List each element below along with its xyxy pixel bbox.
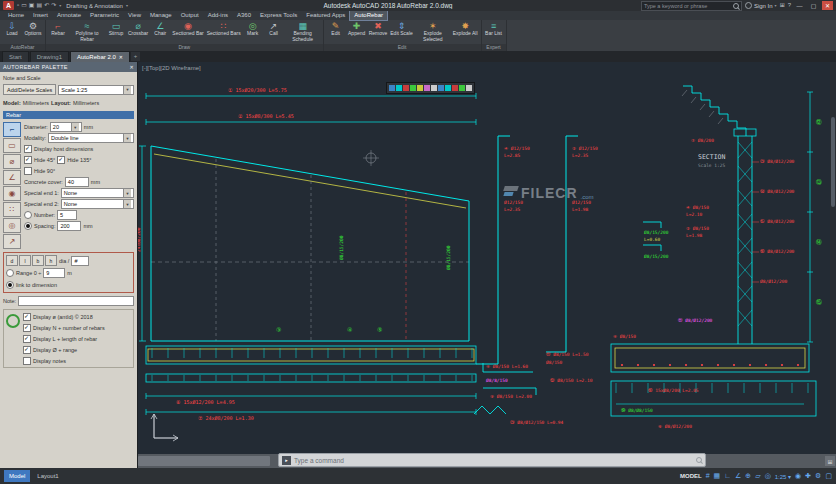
special-end-1-select[interactable]: None ▼ xyxy=(61,188,134,198)
sectioned-bar-type-button-l[interactable]: l xyxy=(19,255,31,266)
command-search-icon[interactable] xyxy=(696,457,702,463)
spacing-field[interactable]: 200 xyxy=(57,221,81,231)
note-field[interactable] xyxy=(18,296,134,306)
mark-button[interactable]: ◎Mark xyxy=(243,21,263,37)
menu-tab-featured-apps[interactable]: Featured Apps xyxy=(302,11,349,20)
horizontal-scrollbar-thumb[interactable] xyxy=(138,456,270,466)
toolbar-color-swatch[interactable] xyxy=(396,85,402,91)
annotation-scale-control[interactable]: 1:25 ▾ xyxy=(775,473,791,480)
marks-checkbox-2[interactable] xyxy=(23,335,31,343)
rebar-button[interactable]: ⌐Rebar xyxy=(48,21,68,37)
explode-all-button[interactable]: ✸Explode All xyxy=(452,21,479,37)
new-file-icon[interactable]: ▫ xyxy=(17,1,19,10)
file-tab-autorebar-2-0[interactable]: AutoRebar 2.0✕ xyxy=(70,51,130,62)
close-tab-icon[interactable]: ✕ xyxy=(119,52,123,62)
chair-tool-button[interactable]: ∠ xyxy=(3,170,21,185)
toolbar-color-swatch[interactable] xyxy=(445,85,451,91)
stirrup-button[interactable]: ▭Stirrup xyxy=(106,21,126,37)
modality-select[interactable]: Double line ▼ xyxy=(48,133,134,143)
sectioned-bar-type-button-d[interactable]: d xyxy=(6,255,18,266)
vertical-scrollbar-thumb[interactable] xyxy=(831,117,835,207)
scrollbar-corner-button[interactable]: ⊞ xyxy=(825,456,835,466)
number-radio[interactable] xyxy=(24,211,32,219)
sectioned-bar-tool-button[interactable]: ◉ xyxy=(3,186,21,201)
toolbar-color-swatch[interactable] xyxy=(438,85,444,91)
hide-135-checkbox[interactable] xyxy=(57,156,65,164)
edit-scale-button[interactable]: ⇕Edit Scale xyxy=(389,21,414,37)
save-icon[interactable]: ▣ xyxy=(29,1,35,10)
horizontal-scrollbar[interactable]: ▸ Type a command ⊞ xyxy=(138,454,836,468)
plot-icon[interactable]: ▤ xyxy=(36,1,42,10)
layout-tab-model[interactable]: Model xyxy=(4,470,30,482)
workspace-chevron-icon[interactable]: ▾ xyxy=(126,3,128,8)
undo-icon[interactable]: ↶ xyxy=(44,1,49,10)
cad-drawing-canvas[interactable]: ① 15xØ20/300 L=5.75② 15xØ8/300 L=5.4524x… xyxy=(138,62,831,454)
display-host-dimensions-checkbox[interactable] xyxy=(24,145,32,153)
toolbar-color-swatch[interactable] xyxy=(452,85,458,91)
toolbar-color-swatch[interactable] xyxy=(389,85,395,91)
crossbar-button[interactable]: ⌀Crossbar xyxy=(127,21,149,37)
sectioned-bar-type-button-h[interactable]: h xyxy=(45,255,57,266)
clean-screen-icon[interactable]: ▢ xyxy=(825,469,832,483)
model-space-label[interactable]: MODEL xyxy=(680,473,702,479)
marks-checkbox-3[interactable] xyxy=(23,346,31,354)
options-button[interactable]: ⚙Options xyxy=(23,21,43,37)
vertical-scrollbar[interactable] xyxy=(830,62,836,454)
sectioned-bars-button[interactable]: ∷Sectioned Bars xyxy=(206,21,242,37)
link-to-dimension-radio[interactable] xyxy=(6,281,14,289)
sign-in-button[interactable]: Sign In ▾ xyxy=(745,2,777,9)
grid-icon[interactable]: # xyxy=(706,469,710,483)
workspace-gear-icon[interactable]: ⚙ xyxy=(815,469,821,483)
menu-tab-parametric[interactable]: Parametric xyxy=(86,11,123,20)
chair-button[interactable]: ∠Chair xyxy=(150,21,170,37)
crossbar-tool-button[interactable]: ⌀ xyxy=(3,154,21,169)
toolbar-color-swatch[interactable] xyxy=(417,85,423,91)
marks-checkbox-1[interactable] xyxy=(23,324,31,332)
annotation-visibility-icon[interactable]: ◉ xyxy=(795,469,801,483)
menu-tab-view[interactable]: View xyxy=(124,11,145,20)
sectioned-bars-tool-button[interactable]: ∷ xyxy=(3,202,21,217)
range-field[interactable]: 9 xyxy=(43,268,65,278)
redo-icon[interactable]: ↷ xyxy=(51,1,56,10)
dynamic-input-icon[interactable]: ◎ xyxy=(765,469,771,483)
edit-button[interactable]: ✎Edit xyxy=(326,21,346,37)
call-tool-button[interactable]: ↗ xyxy=(3,234,21,249)
command-line[interactable]: ▸ Type a command xyxy=(278,453,706,467)
menu-tab-express-tools[interactable]: Express Tools xyxy=(256,11,301,20)
menu-tab-a360[interactable]: A360 xyxy=(233,11,255,20)
search-icon[interactable] xyxy=(733,3,739,9)
palette-close-icon[interactable]: ✕ xyxy=(130,64,135,70)
toolbar-color-swatch[interactable] xyxy=(403,85,409,91)
scale-select[interactable]: Scale 1:25 ▼ xyxy=(58,85,134,95)
toolbar-color-swatch[interactable] xyxy=(410,85,416,91)
file-tab-drawing1[interactable]: Drawing1 xyxy=(30,51,69,62)
lineweight-icon[interactable]: ▱ xyxy=(755,469,760,483)
polyline-to-rebar-button[interactable]: ≈Polyline to Rebar xyxy=(69,21,105,42)
sectioned-bar-type-button-b[interactable]: b xyxy=(32,255,44,266)
rebar-tool-button[interactable]: ⌐ xyxy=(3,122,21,137)
mark-tool-button[interactable]: ◎ xyxy=(3,218,21,233)
layout-tab-layout1[interactable]: Layout1 xyxy=(32,470,63,482)
menu-tab-add-ins[interactable]: Add-ins xyxy=(204,11,232,20)
concrete-cover-field[interactable]: 40 xyxy=(65,177,89,187)
maximize-button[interactable]: ▢ xyxy=(808,1,819,10)
new-tab-button[interactable]: + xyxy=(131,52,140,61)
load-button[interactable]: ⇩Load xyxy=(2,21,22,37)
toolbar-color-swatch[interactable] xyxy=(424,85,430,91)
hide-90-checkbox[interactable] xyxy=(24,167,32,175)
menu-tab-autorebar[interactable]: AutoRebar xyxy=(350,11,387,20)
number-field[interactable]: 5 xyxy=(57,210,77,220)
menu-tab-annotate[interactable]: Annotate xyxy=(53,11,85,20)
sectioned-bar-button[interactable]: ◉Sectioned Bar xyxy=(171,21,204,37)
autocad-logo-icon[interactable]: A xyxy=(3,1,14,10)
open-file-icon[interactable]: ▭ xyxy=(21,1,27,10)
file-tab-start[interactable]: Start xyxy=(2,51,29,62)
ortho-icon[interactable]: ∟ xyxy=(724,469,731,483)
marks-checkbox-0[interactable] xyxy=(23,313,31,321)
diameter-select[interactable]: 20 ▼ xyxy=(50,122,82,132)
marks-checkbox-4[interactable] xyxy=(23,357,31,365)
menu-tab-manage[interactable]: Manage xyxy=(146,11,176,20)
menu-tab-output[interactable]: Output xyxy=(177,11,203,20)
drawing-area[interactable]: ① 15xØ20/300 L=5.75② 15xØ8/300 L=5.4524x… xyxy=(138,62,836,468)
special-end-2-select[interactable]: None ▼ xyxy=(61,199,134,209)
